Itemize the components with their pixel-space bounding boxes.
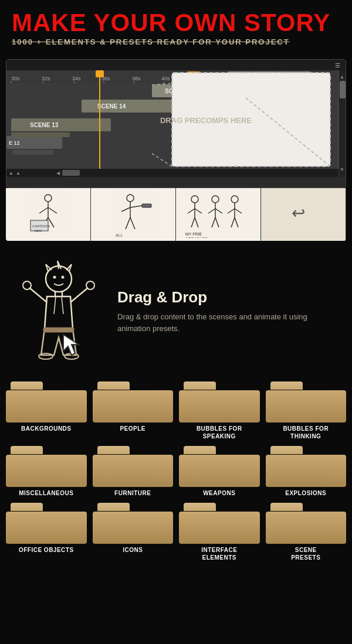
- svg-point-110: [39, 353, 53, 359]
- svg-rect-1: [6, 60, 346, 70]
- preview-item-1: CARTOON INFO: [6, 188, 91, 241]
- subtitle: 1000 + ELEMENTS & PRESETS READY FOR YOUR…: [12, 38, 340, 46]
- svg-rect-40: [96, 70, 104, 77]
- svg-rect-73: [142, 204, 151, 207]
- svg-line-105: [29, 288, 47, 302]
- folder-icon-people: [93, 381, 174, 422]
- svg-line-107: [70, 288, 88, 302]
- svg-text:↩: ↩: [292, 204, 305, 222]
- drag-drop-section: Drag & Drop Drag & drop content to the s…: [12, 258, 340, 364]
- svg-rect-30: [11, 118, 111, 131]
- folder-item-scene-presets[interactable]: SCENE PRESETS: [266, 503, 347, 561]
- drag-drop-description: Drag & drop content to the scenses and a…: [117, 311, 340, 334]
- svg-text:▲: ▲: [9, 171, 13, 176]
- svg-point-100: [62, 276, 65, 279]
- drag-drop-text-area: Drag & Drop Drag & drop content to the s…: [117, 288, 340, 334]
- folder-item-weapons[interactable]: WEAPONS: [179, 446, 260, 497]
- folder-item-bubbles-speaking[interactable]: BUBBLES FOR SPEAKING: [179, 381, 260, 440]
- timeline-svg: ☰ 30s 32s 34s 36s 38s 40s 42s 44s 46s 48…: [6, 60, 346, 177]
- folder-label-icons: ICONS: [120, 546, 145, 554]
- svg-text:CARTOON: CARTOON: [32, 224, 50, 228]
- svg-point-106: [23, 281, 31, 289]
- svg-text:SCENE 14: SCENE 14: [97, 103, 126, 110]
- folders-grid: BACKGROUNDS PEOPLE BUBBLES FOR SPEAKING …: [6, 381, 346, 561]
- svg-text:32s: 32s: [42, 76, 50, 81]
- folder-item-interface-elements[interactable]: INTERFACE ELEMENTS: [179, 503, 260, 561]
- folder-item-backgrounds[interactable]: BACKGROUNDS: [6, 381, 87, 440]
- svg-text:◀: ◀: [56, 171, 60, 176]
- sketch-3-svg: MY FRIE ARE MY ES: [183, 191, 253, 238]
- svg-text:▼: ▼: [340, 167, 344, 172]
- folder-item-explosions[interactable]: EXPLOSIONS: [266, 446, 347, 497]
- svg-point-99: [53, 276, 56, 279]
- svg-rect-66: [113, 191, 154, 238]
- folder-label-scene-presets: SCENE PRESETS: [289, 546, 323, 561]
- folder-icon-bubbles-speaking: [179, 381, 260, 422]
- back-arrow-svg: ↩: [289, 200, 318, 229]
- svg-text:▲: ▲: [16, 171, 21, 176]
- svg-rect-39: [99, 70, 100, 177]
- folder-icon-backgrounds: [6, 381, 87, 422]
- folder-label-weapons: WEAPONS: [201, 489, 238, 497]
- svg-line-103: [54, 297, 56, 314]
- svg-text:E 12: E 12: [9, 140, 20, 146]
- folder-label-explosions: EXPLOSIONS: [283, 489, 329, 497]
- svg-rect-109: [43, 328, 74, 332]
- drag-drop-title: Drag & Drop: [117, 288, 340, 306]
- preview-item-4: ↩: [261, 188, 346, 241]
- folders-section: BACKGROUNDS PEOPLE BUBBLES FOR SPEAKING …: [0, 376, 352, 573]
- folder-item-people[interactable]: PEOPLE: [93, 381, 174, 440]
- folder-item-icons[interactable]: ICONS: [93, 503, 174, 561]
- folder-label-backgrounds: BACKGROUNDS: [19, 425, 74, 432]
- folder-icon-bubbles-thinking: [266, 381, 347, 422]
- svg-text:34s: 34s: [72, 76, 81, 81]
- sketch-1-svg: CARTOON INFO: [28, 191, 69, 238]
- svg-text:SCENE 13: SCENE 13: [30, 122, 59, 128]
- folder-icon-interface-elements: [179, 503, 260, 544]
- folder-icon-scene-presets: [266, 503, 347, 544]
- folder-icon-icons: [93, 503, 174, 544]
- svg-text:DRAG PRECOMPS HERE: DRAG PRECOMPS HERE: [160, 116, 252, 125]
- folder-item-bubbles-thinking[interactable]: BUBBLES FOR THINKING: [266, 381, 347, 440]
- svg-rect-29: [12, 150, 53, 155]
- svg-text:38s: 38s: [132, 76, 141, 81]
- svg-point-98: [46, 266, 72, 292]
- svg-text:MY FRIE: MY FRIE: [185, 232, 202, 236]
- svg-line-104: [62, 297, 63, 314]
- folder-item-office-objects[interactable]: OFFICE OBJECTS: [6, 503, 87, 561]
- svg-text:ARE MY ES: ARE MY ES: [185, 237, 208, 238]
- preview-item-2: ALL: [91, 188, 176, 241]
- main-title: MAKE YOUR OWN STORY: [12, 11, 340, 35]
- folder-icon-explosions: [266, 446, 347, 487]
- preview-strip: CARTOON INFO ALL: [6, 188, 346, 241]
- folder-item-miscellaneous[interactable]: MISCELLANEOUS: [6, 446, 87, 497]
- folder-icon-weapons: [179, 446, 260, 487]
- folder-label-bubbles-speaking: BUBBLES FOR SPEAKING: [194, 425, 245, 440]
- svg-rect-32: [11, 132, 70, 137]
- folder-label-people: PEOPLE: [117, 425, 148, 432]
- folder-label-furniture: FURNITURE: [112, 489, 153, 497]
- timeline-section: ☰ 30s 32s 34s 36s 38s 40s 42s 44s 46s 48…: [6, 59, 346, 188]
- folder-label-interface-elements: INTERFACE ELEMENTS: [199, 546, 239, 561]
- folder-label-office-objects: OFFICE OBJECTS: [16, 546, 76, 554]
- character-figure: [12, 258, 106, 364]
- character-svg: [12, 258, 106, 364]
- folder-label-bubbles-thinking: BUBBLES FOR THINKING: [280, 425, 331, 440]
- svg-rect-50: [62, 170, 80, 176]
- folder-icon-office-objects: [6, 503, 87, 544]
- sketch-2-svg: ALL: [113, 191, 154, 238]
- svg-text:30s: 30s: [11, 76, 20, 81]
- svg-text:40s: 40s: [161, 76, 170, 81]
- svg-point-108: [86, 281, 94, 289]
- svg-rect-44: [340, 81, 346, 98]
- folder-icon-furniture: [93, 446, 174, 487]
- svg-text:INFO: INFO: [35, 229, 42, 233]
- svg-text:ALL: ALL: [116, 233, 123, 237]
- preview-item-3: MY FRIE ARE MY ES: [176, 188, 261, 241]
- folder-item-furniture[interactable]: FURNITURE: [93, 446, 174, 497]
- svg-text:▲: ▲: [340, 74, 344, 80]
- folder-label-miscellaneous: MISCELLANEOUS: [16, 489, 76, 497]
- timeline-container: ☰ 30s 32s 34s 36s 38s 40s 42s 44s 46s 48…: [6, 59, 346, 188]
- svg-text:☰: ☰: [335, 62, 340, 69]
- folder-icon-miscellaneous: [6, 446, 87, 487]
